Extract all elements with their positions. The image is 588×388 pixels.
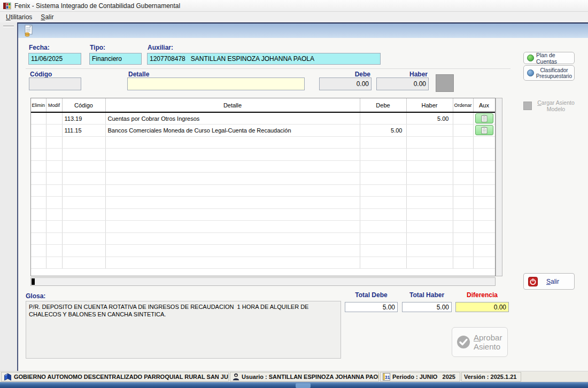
column-header-debe[interactable]: Debe [360, 98, 406, 112]
aprobar-asiento-button[interactable]: Aprobar Asiento [452, 327, 508, 357]
table-cell [31, 245, 46, 257]
status-period-panel: 31 Periodo : JUNIO 2025 [380, 372, 460, 382]
column-header-elimin[interactable]: Elimin [31, 98, 46, 112]
table-empty-row [31, 232, 495, 245]
diferencia-field [455, 302, 509, 312]
table-cell [31, 184, 46, 197]
column-header-haber[interactable]: Haber [406, 98, 453, 112]
table-cell [406, 173, 453, 185]
table-cell [473, 136, 495, 149]
auxiliar-label: Auxiliar: [148, 44, 173, 51]
plan-de-cuentas-button[interactable]: Plan de Cuentas [523, 52, 575, 64]
table-row[interactable]: 113.19Cuentas por Cobrar Otros Ingresos5… [31, 112, 495, 125]
codigo-input[interactable] [29, 77, 81, 90]
check-circle-icon [457, 335, 470, 349]
table-empty-row [31, 149, 495, 161]
table-cell [453, 136, 473, 149]
table-cell [453, 208, 473, 221]
journal-entry-icon[interactable] [24, 25, 34, 39]
cargar-asiento-modelo-button[interactable]: Cargar Asiento Modelo [522, 98, 578, 114]
table-cell [453, 125, 473, 137]
cargar-label-line2: Modelo [534, 106, 578, 112]
salir-label: Salir [538, 278, 568, 285]
column-header-modif[interactable]: Modif [46, 98, 62, 112]
table-cell [473, 257, 495, 269]
detalle-input[interactable] [127, 77, 305, 90]
table-cell: 111.15 [62, 125, 105, 137]
aux-button[interactable] [475, 113, 493, 123]
table-cell [46, 149, 62, 161]
table-cell [473, 197, 495, 209]
haber-label: Haber [376, 71, 428, 78]
taskbar-item[interactable] [296, 383, 311, 388]
table-cell: 113.19 [62, 112, 105, 125]
fecha-input[interactable] [28, 53, 81, 65]
clasificador-presupuestario-button[interactable]: Clasificador Presupuestario [523, 65, 575, 81]
table-cell [46, 197, 62, 209]
table-cell [473, 184, 495, 197]
taskbar[interactable] [0, 382, 588, 388]
table-cell [406, 125, 453, 137]
table-empty-row [31, 136, 495, 149]
table-cell [46, 112, 62, 125]
table-empty-row [31, 160, 495, 173]
entry-action-button[interactable] [436, 74, 454, 92]
salir-button[interactable]: Salir [523, 273, 575, 290]
table-cell [105, 245, 360, 257]
entries-table: EliminModifCódigoDetalleDebeHaberOrdenar… [30, 98, 496, 276]
gray-square-icon [523, 102, 532, 110]
table-cell [360, 245, 406, 257]
table-vertical-scrollbar[interactable] [496, 98, 502, 276]
haber-input[interactable] [376, 77, 429, 90]
menu-utilitarios[interactable]: Utilitarios [2, 12, 36, 22]
glosa-textarea[interactable] [26, 301, 341, 359]
status-entity-text: GOBIERNO AUTONOMO DESCENTRALIZADO PARROQ… [14, 374, 229, 380]
table-cell [62, 197, 105, 209]
status-bar: GOBIERNO AUTONOMO DESCENTRALIZADO PARROQ… [0, 371, 588, 382]
column-header-aux[interactable]: Aux [473, 98, 495, 112]
table-cell [105, 136, 360, 149]
table-cell [46, 245, 62, 257]
table-cell [62, 245, 105, 257]
application-window: Fenix - Sistema Integrado de Contabilida… [0, 0, 588, 388]
table-cell [31, 257, 46, 269]
table-cell [453, 245, 473, 257]
table-cell [105, 173, 360, 185]
plan-de-cuentas-label: Plan de Cuentas [536, 52, 574, 65]
horizontal-scrollbar-thumb[interactable] [32, 278, 35, 285]
table-cell [453, 160, 473, 173]
table-cell [406, 184, 453, 197]
tipo-label: Tipo: [90, 44, 105, 51]
table-cell [360, 232, 406, 245]
table-cell [473, 160, 495, 173]
blue-sphere-icon [527, 69, 534, 76]
table-cell: Cuentas por Cobrar Otros Ingresos [105, 112, 360, 125]
entries-table-head: EliminModifCódigoDetalleDebeHaberOrdenar… [31, 98, 495, 112]
table-cell [473, 221, 495, 233]
table-cell [46, 232, 62, 245]
status-version-text: Versión : 2025.1.21 [464, 374, 516, 380]
column-header-detalle[interactable]: Detalle [105, 98, 360, 112]
table-cell [453, 232, 473, 245]
svg-text:31: 31 [385, 375, 390, 380]
column-header-ordenar[interactable]: Ordenar [453, 98, 473, 112]
table-row[interactable]: 111.15Bancos Comerciales Moneda de Curso… [31, 125, 495, 137]
menu-salir[interactable]: Salir [36, 12, 58, 22]
total-debe-label: Total Debe [345, 291, 398, 299]
aux-button[interactable] [475, 125, 493, 135]
debe-input[interactable] [319, 77, 372, 90]
separator [26, 68, 510, 69]
debe-label: Debe [319, 71, 370, 78]
total-haber-label: Total Haber [402, 291, 452, 299]
table-horizontal-scrollbar[interactable] [30, 277, 496, 286]
table-cell [406, 245, 453, 257]
table-cell [360, 197, 406, 209]
table-cell [105, 160, 360, 173]
table-cell [46, 184, 62, 197]
column-header-código[interactable]: Código [62, 98, 105, 112]
app-icon [3, 2, 11, 10]
auxiliar-input[interactable] [147, 53, 381, 65]
splitter-handle[interactable] [3, 26, 14, 27]
tipo-input[interactable] [89, 53, 142, 65]
table-cell [105, 197, 360, 209]
